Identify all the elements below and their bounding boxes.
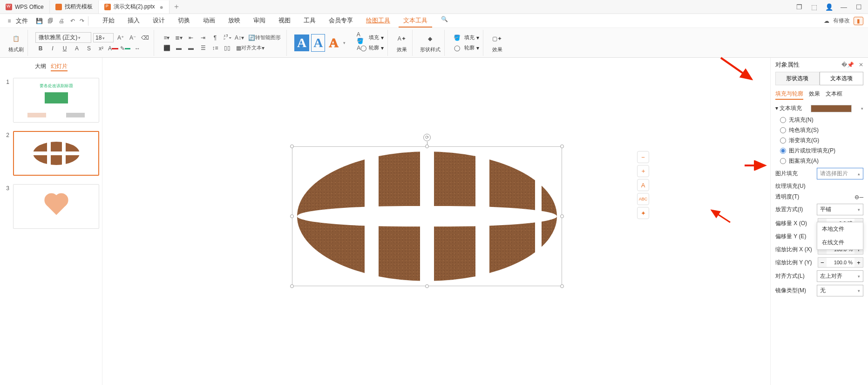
indent-dec-icon[interactable]: ⇤ (186, 33, 196, 42)
section-text-fill[interactable]: ▾ 文本填充 ▾ (775, 104, 863, 112)
maximize-icon[interactable]: ☐ (855, 3, 862, 11)
italic-icon[interactable]: I (47, 44, 58, 53)
radio-picture-fill[interactable]: 图片或纹理填充(P) (780, 147, 863, 155)
menu-design[interactable]: 设计 (148, 14, 170, 28)
text-dir-icon[interactable]: A↕▾ (234, 33, 244, 42)
texture-swatch[interactable] (811, 105, 852, 112)
menu-file[interactable]: 文件 (16, 17, 28, 25)
shape-outline-icon[interactable]: ◯ (452, 43, 462, 53)
rotate-handle[interactable]: ⟳ (423, 134, 431, 141)
print-preview-icon[interactable]: 🗐 (46, 16, 55, 26)
zoom-in-button[interactable]: ＋ (637, 165, 649, 177)
resize-handle[interactable] (560, 284, 564, 288)
slide-canvas[interactable]: ⟳ (180, 95, 692, 384)
align-right-icon[interactable]: ▬ (186, 43, 196, 53)
menu-view[interactable]: 视图 (274, 14, 295, 28)
shadow-icon[interactable]: A (72, 44, 82, 53)
print-icon[interactable]: 🖨 (57, 16, 66, 26)
radio-no-fill[interactable]: 无填充(N) (780, 116, 863, 124)
wordart-style-1[interactable]: A (294, 34, 309, 51)
char-spacing-icon[interactable]: ↔ (132, 44, 142, 53)
wordart-abc-button[interactable]: ABC (637, 193, 649, 205)
shape-fill-icon[interactable]: 🪣 (452, 33, 462, 42)
menu-member[interactable]: 会员专享 (324, 14, 358, 28)
chinese-layout-icon[interactable]: ㍐▾ (222, 33, 232, 42)
tab-document[interactable]: 演示文稿(2).pptx● (99, 0, 170, 14)
slide-thumb-1[interactable]: 要各处改该副标题 (13, 78, 99, 123)
tab-fill-outline[interactable]: 填充与轮廓 (775, 90, 803, 100)
popup-online-file[interactable]: 在线文件 (817, 236, 863, 249)
save-tag[interactable]: ▮ (854, 17, 863, 25)
format-painter-icon[interactable]: 📋 (10, 32, 23, 45)
undo-icon[interactable]: ↶ (68, 16, 77, 26)
menu-start[interactable]: 开始 (98, 14, 119, 28)
numbering-icon[interactable]: ≣▾ (174, 33, 184, 42)
copy-icon[interactable]: ❐ (795, 3, 803, 11)
canvas-area[interactable]: ⟳ − ＋ A ABC ✦ (102, 58, 770, 385)
trans-slider-icon[interactable]: ⊖─ (854, 194, 863, 200)
increase-font-icon[interactable]: A⁺ (115, 33, 126, 42)
bullets-icon[interactable]: ≡▾ (162, 33, 172, 42)
close-panel-icon[interactable]: ✕ (859, 62, 863, 68)
tab-close-icon[interactable]: ● (159, 3, 163, 11)
shape-style-icon[interactable]: ◆ (424, 32, 437, 45)
columns-icon[interactable]: ▯▯ (222, 43, 232, 53)
box-icon[interactable]: ⬚ (810, 3, 818, 11)
slide-thumb-2[interactable] (13, 131, 99, 176)
tab-docer[interactable]: 找稻壳模板 (50, 0, 99, 14)
bold-icon[interactable]: B (35, 44, 46, 53)
resize-handle[interactable] (560, 144, 564, 148)
text-options-button[interactable]: 文本选项 (820, 72, 864, 85)
save-icon[interactable]: 💾 (34, 16, 44, 26)
align-text-button[interactable]: ▦ 对齐文本▾ (234, 43, 266, 53)
tab-textbox[interactable]: 文本框 (826, 90, 842, 100)
superscript-icon[interactable]: x² (96, 44, 106, 53)
search-icon[interactable]: 🔍 (440, 14, 449, 24)
tile-select[interactable]: 平铺▾ (817, 204, 863, 215)
resize-handle[interactable] (425, 284, 429, 288)
slide-thumb-3[interactable] (13, 184, 99, 229)
font-name-select[interactable]: 微软雅黑 (正文)▾ (35, 32, 91, 43)
clear-format-icon[interactable]: ⌫ (140, 33, 150, 42)
menu-draw-tools[interactable]: 绘图工具 (361, 14, 395, 28)
wordart-more-icon[interactable]: ▾ (343, 41, 346, 45)
radio-pattern-fill[interactable]: 图案填充(A) (780, 157, 863, 165)
minimize-icon[interactable]: — (840, 3, 848, 11)
shape-effect-icon[interactable]: ▢✦ (491, 32, 504, 45)
cloud-icon[interactable]: ☁ (824, 18, 829, 24)
menu-tools[interactable]: 工具 (299, 14, 320, 28)
strike-icon[interactable]: S (84, 44, 94, 53)
mirror-select[interactable]: 无▾ (817, 285, 863, 296)
menu-transition[interactable]: 切换 (173, 14, 195, 28)
menu-slideshow[interactable]: 放映 (224, 14, 245, 28)
scale-y-spinner[interactable]: −100.0 %+ (818, 257, 863, 268)
menu-review[interactable]: 审阅 (249, 14, 270, 28)
font-size-select[interactable]: 18▾ (93, 33, 114, 42)
wordart-style-3[interactable]: A (327, 34, 340, 51)
wordart-sparkle-button[interactable]: ✦ (637, 207, 649, 219)
shape-options-button[interactable]: 形状选项 (775, 72, 820, 85)
resize-handle[interactable] (290, 214, 294, 218)
align-select[interactable]: 左上对齐▾ (817, 270, 863, 282)
ltr-icon[interactable]: ¶ (210, 33, 220, 42)
radio-solid-fill[interactable]: 纯色填充(S) (780, 126, 863, 134)
resize-handle[interactable] (425, 144, 429, 148)
pic-fill-select[interactable]: 请选择图片▴ (817, 168, 863, 179)
align-left-icon[interactable]: ⬛ (162, 43, 172, 53)
highlight-icon[interactable]: ✎ (120, 44, 130, 53)
align-center-icon[interactable]: ▬ (174, 43, 184, 53)
text-effect-icon[interactable]: A✦ (395, 32, 408, 45)
underline-icon[interactable]: U (60, 44, 70, 53)
decrease-font-icon[interactable]: A⁻ (128, 33, 138, 42)
justify-icon[interactable]: ☰ (198, 43, 208, 53)
text-box[interactable]: ⟳ (292, 146, 562, 286)
resize-handle[interactable] (290, 144, 294, 148)
resize-handle[interactable] (290, 284, 294, 288)
popup-local-file[interactable]: 本地文件 (817, 222, 863, 236)
menu-insert[interactable]: 插入 (123, 14, 144, 28)
pin-icon[interactable]: �📌 (841, 62, 854, 68)
menu-animation[interactable]: 动画 (198, 14, 220, 28)
indent-inc-icon[interactable]: ⇥ (198, 33, 208, 42)
tab-slides[interactable]: 幻灯片 (51, 62, 68, 71)
menu-text-tools[interactable]: 文本工具 (399, 14, 432, 28)
